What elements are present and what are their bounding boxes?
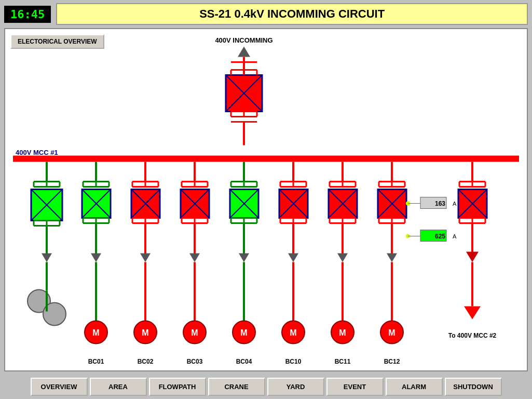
title-display: SS-21 0.4kV INCOMMING CIRCUIT: [56, 3, 528, 25]
meter1-unit: A: [453, 201, 457, 207]
svg-marker-59: [140, 254, 151, 262]
breadcrumb-button[interactable]: ELECTORICAL OVERVIEW: [10, 34, 104, 49]
svg-marker-144: [387, 254, 397, 262]
nav-crane[interactable]: CRANE: [208, 378, 265, 396]
svg-marker-76: [189, 254, 200, 262]
svg-marker-164: [464, 307, 481, 320]
svg-text:M: M: [92, 328, 99, 337]
nav-alarm[interactable]: ALARM: [386, 378, 443, 396]
svg-marker-127: [337, 254, 348, 262]
top-bar: 16:45 SS-21 0.4kV INCOMMING CIRCUIT: [0, 0, 532, 28]
svg-text:M: M: [339, 328, 346, 337]
label-bc10: BC10: [285, 358, 302, 365]
label-bc02: BC02: [138, 358, 154, 365]
svg-text:M: M: [388, 328, 395, 337]
nav-overview[interactable]: OVERVIEW: [31, 378, 88, 396]
svg-marker-42: [91, 254, 101, 262]
svg-marker-25: [42, 254, 52, 262]
meter1-value: 163: [435, 200, 445, 207]
incoming-arrow: [238, 47, 250, 57]
svg-text:M: M: [240, 328, 247, 337]
nav-event[interactable]: EVENT: [326, 378, 384, 396]
circuit-diagram: 400V INCOMMING 400V MCC #1: [5, 29, 527, 370]
main-area: ELECTORICAL OVERVIEW 400V INCOMMING 400V…: [4, 28, 528, 371]
label-bc11: BC11: [335, 358, 351, 365]
time-display: 16:45: [4, 6, 51, 23]
label-bc12: BC12: [384, 358, 400, 365]
incomming-label: 400V INCOMMING: [215, 36, 272, 44]
bus-label: 400V MCC #1: [16, 149, 58, 156]
nav-area[interactable]: AREA: [90, 378, 147, 396]
label-bc03: BC03: [187, 358, 203, 365]
svg-text:M: M: [290, 328, 296, 337]
label-bc01: BC01: [88, 358, 104, 365]
meter2-value: 625: [435, 233, 445, 240]
label-bc04: BC04: [236, 358, 252, 365]
mcc2-arrow: [466, 252, 479, 262]
nav-shutdown[interactable]: SHUTDOWN: [445, 378, 502, 396]
label-mcc2: To 400V MCC #2: [448, 332, 497, 339]
main-busbar: [13, 156, 519, 162]
nav-bar: OVERVIEW AREA FLOWPATH CRANE YARD EVENT …: [0, 375, 532, 399]
svg-text:M: M: [142, 328, 148, 337]
nav-yard[interactable]: YARD: [267, 378, 324, 396]
meter2-unit: A: [453, 233, 457, 240]
svg-marker-110: [288, 254, 298, 262]
svg-text:M: M: [191, 328, 198, 337]
svg-marker-93: [239, 254, 249, 262]
nav-flowpath[interactable]: FLOWPATH: [149, 378, 206, 396]
